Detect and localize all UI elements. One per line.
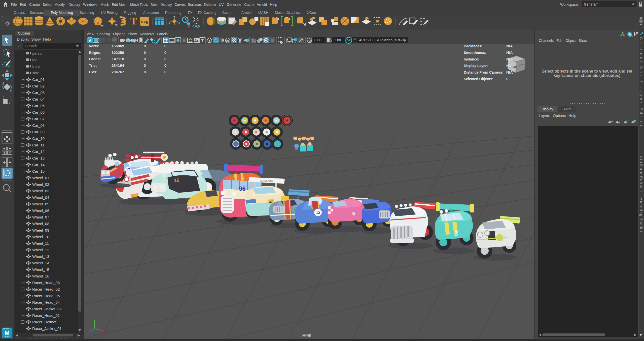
svg-text:0: 0: [144, 50, 146, 55]
svg-text:147118: 147118: [112, 57, 124, 61]
svg-text:Backfaces:: Backfaces:: [464, 44, 482, 48]
svg-text:MAGENTA: MAGENTA: [260, 179, 273, 182]
svg-text:x: x: [101, 329, 103, 332]
svg-text:UVs:: UVs:: [89, 70, 97, 74]
svg-text:N/A: N/A: [506, 57, 513, 61]
svg-text:302259: 302259: [112, 50, 124, 55]
svg-text:Display Layer:: Display Layer:: [464, 64, 488, 68]
svg-text:T: T: [201, 38, 203, 43]
svg-text:0: 0: [164, 70, 166, 74]
svg-text:0: 0: [164, 44, 166, 48]
svg-text:96: 96: [239, 185, 246, 192]
svg-text:0: 0: [506, 77, 508, 81]
svg-text:N/A: N/A: [506, 70, 513, 74]
svg-text:5: 5: [352, 211, 355, 216]
svg-text:1.00: 1.00: [334, 38, 341, 42]
svg-text:Selected Objects:: Selected Objects:: [464, 77, 493, 81]
svg-text:0.00: 0.00: [314, 38, 321, 42]
svg-text:T: T: [130, 16, 137, 27]
svg-text:ACES 1.0 SDR-video (sRGB): ACES 1.0 SDR-video (sRGB): [359, 38, 405, 42]
svg-text:N/A: N/A: [506, 50, 513, 55]
svg-text:persp: persp: [302, 333, 311, 337]
svg-text:N/A: N/A: [506, 64, 513, 68]
svg-text:12: 12: [316, 211, 320, 215]
svg-text:3: 3: [454, 230, 458, 237]
svg-text:284194: 284194: [112, 63, 124, 68]
svg-text:0: 0: [144, 57, 146, 61]
svg-text:M: M: [5, 329, 10, 336]
svg-text:AYA: AYA: [5, 335, 9, 338]
svg-text:0: 0: [164, 63, 166, 68]
svg-text:Tris:: Tris:: [89, 63, 97, 68]
svg-text:16: 16: [174, 177, 180, 183]
svg-text:37: 37: [269, 200, 273, 204]
svg-text:svg: svg: [141, 19, 148, 24]
svg-text:0: 0: [164, 57, 166, 61]
svg-text:0: 0: [144, 70, 146, 74]
svg-text:156969: 156969: [112, 44, 124, 48]
svg-text:0: 0: [144, 63, 146, 68]
svg-text:Edges:: Edges:: [89, 50, 101, 55]
svg-text:Distance From Camera:: Distance From Camera:: [464, 70, 503, 74]
svg-text:A: A: [89, 38, 92, 43]
svg-text:Instance:: Instance:: [464, 57, 479, 61]
svg-text:N/A: N/A: [506, 44, 513, 48]
svg-text:z: z: [87, 330, 89, 334]
svg-text:Faces:: Faces:: [89, 57, 101, 61]
svg-text:204767: 204767: [112, 70, 124, 74]
svg-text:0: 0: [144, 44, 146, 48]
svg-text:ON: ON: [347, 39, 351, 42]
svg-text:0,0,0: 0,0,0: [193, 24, 200, 28]
svg-text:Verts:: Verts:: [89, 44, 99, 48]
svg-text:0: 0: [164, 50, 166, 55]
svg-text:y: y: [94, 318, 96, 322]
svg-text:Smoothness:: Smoothness:: [464, 51, 486, 55]
